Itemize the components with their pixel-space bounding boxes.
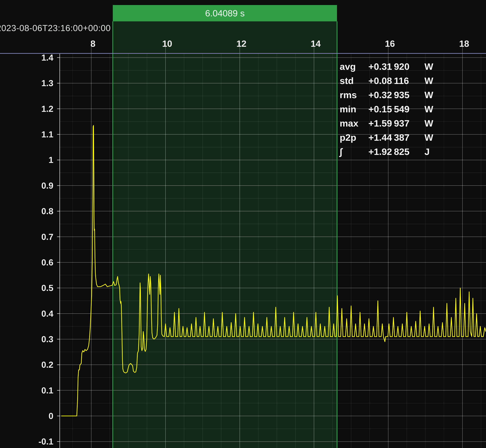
y-tick-label-0.6: 0.6	[3, 257, 53, 268]
selection-region-fill[interactable]	[113, 21, 337, 448]
stat-unit: J	[424, 146, 439, 157]
y-tick-label-0.2: 0.2	[3, 359, 53, 370]
stat-unit: W	[424, 104, 439, 114]
y-tick-label-1.1: 1.1	[3, 129, 53, 140]
y-tick-label-0.9: 0.9	[3, 180, 53, 191]
stat-row-5: p2p+1.44 387W	[340, 130, 439, 144]
y-tick-label-0.8: 0.8	[3, 206, 53, 217]
stat-unit: W	[424, 61, 439, 72]
selection-duration-label: 6.04089 s	[205, 8, 245, 18]
stat-value: +1.92 825	[368, 146, 424, 157]
stat-label: min	[340, 104, 368, 114]
stat-label: ∫	[340, 146, 368, 157]
y-tick-label-1: 1	[3, 154, 53, 166]
stat-unit: W	[424, 89, 439, 100]
stat-unit: W	[424, 75, 439, 86]
stat-value: +1.44 387	[368, 132, 424, 143]
stat-row-3: min+0.15 549W	[340, 102, 439, 116]
statistics-panel: avg+0.31 920Wstd+0.08 116Wrms+0.32 935Wm…	[340, 59, 439, 159]
stat-label: std	[340, 75, 368, 86]
stat-value: +0.31 920	[368, 61, 424, 72]
y-tick-label-0.1: 0.1	[3, 385, 53, 396]
y-tick-label-0.4: 0.4	[3, 308, 53, 319]
y-tick-label-1.2: 1.2	[3, 103, 53, 114]
stat-value: +0.32 935	[368, 89, 424, 100]
stat-row-6: ∫+1.92 825J	[340, 144, 439, 159]
y-tick-label-0.5: 0.5	[3, 282, 53, 294]
x-tick-label-12: 12	[236, 38, 246, 49]
stat-row-4: max+1.59 937W	[340, 116, 439, 130]
x-tick-label-8: 8	[90, 38, 95, 49]
stat-unit: W	[424, 118, 439, 129]
stat-row-2: rms+0.32 935W	[340, 88, 439, 102]
x-tick-label-10: 10	[162, 38, 172, 49]
x-tick-label-14: 14	[311, 38, 321, 49]
stat-label: p2p	[340, 132, 368, 143]
x-tick-label-16: 16	[385, 38, 395, 49]
y-tick-label-0.3: 0.3	[3, 334, 53, 345]
x-axis-timestamp: 2023-08-06T23:16:00+00:00	[0, 23, 111, 33]
y-tick-label--0.1: -0.1	[3, 436, 53, 447]
y-tick-label-0: 0	[3, 410, 53, 422]
stat-unit: W	[424, 132, 439, 143]
stat-value: +0.15 549	[368, 104, 424, 114]
y-tick-label-1.3: 1.3	[3, 77, 53, 89]
selection-duration-bar[interactable]: 6.04089 s	[113, 5, 337, 21]
stat-value: +0.08 116	[368, 75, 424, 86]
y-tick-label-0.7: 0.7	[3, 231, 53, 242]
stat-label: max	[340, 118, 368, 129]
stat-row-1: std+0.08 116W	[340, 74, 439, 88]
x-tick-label-18: 18	[459, 38, 469, 49]
stat-label: avg	[340, 61, 368, 72]
stat-row-0: avg+0.31 920W	[340, 59, 439, 74]
stat-value: +1.59 937	[368, 118, 424, 129]
y-tick-label-1.4: 1.4	[3, 52, 53, 63]
x-axis-line	[0, 53, 486, 54]
stat-label: rms	[340, 89, 368, 100]
